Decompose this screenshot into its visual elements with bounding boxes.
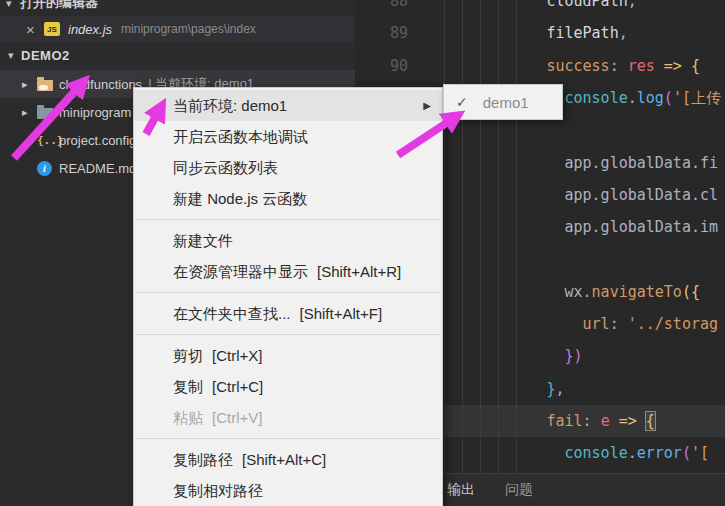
- info-icon: i: [37, 161, 52, 176]
- code-line-90[interactable]: success: res => {: [420, 50, 700, 82]
- menu-separator: [135, 334, 441, 335]
- chevron-right-icon: ▸: [22, 78, 37, 91]
- javascript-file-icon: JS: [44, 22, 60, 36]
- tree-item-label: miniprogram: [59, 105, 131, 120]
- chevron-down-icon: ▾: [6, 0, 20, 10]
- line-number: 90: [355, 50, 408, 82]
- menu-separator: [135, 438, 441, 439]
- menu-item-label: 当前环境: demo1: [173, 97, 287, 114]
- menu-item-label: 在文件夹中查找...: [173, 305, 291, 322]
- menu-item[interactable]: 复制路径[Shift+Alt+C]: [134, 444, 442, 475]
- menu-item-label: 复制路径: [173, 451, 233, 468]
- close-icon[interactable]: ×: [26, 21, 44, 38]
- open-editors-title: 打开的编辑器: [20, 0, 98, 12]
- menu-item-hotkey: [Shift+Alt+F]: [300, 305, 383, 322]
- line-number: 88: [355, 0, 408, 17]
- submenu-arrow-icon: ▶: [423, 90, 431, 121]
- menu-item-hotkey: [Shift+Alt+R]: [317, 263, 401, 280]
- code-line-95[interactable]: app.globalData.im: [420, 211, 718, 243]
- menu-item-label: 复制相对路径: [173, 482, 263, 499]
- wechat-devtools-window: 888990919293949596979899100101102 cloudP…: [0, 0, 725, 506]
- tree-item-label: README.md: [59, 161, 136, 176]
- menu-item[interactable]: 复制相对路径: [134, 475, 442, 506]
- menu-item[interactable]: 复制[Ctrl+C]: [134, 371, 442, 402]
- menu-item: 粘贴[Ctrl+V]: [134, 402, 442, 433]
- check-icon: ✓: [456, 94, 468, 110]
- open-editor-filepath: miniprogram\pages\index: [121, 22, 256, 36]
- tree-item-icon-slot: [37, 78, 59, 91]
- menu-item-label: 新建 Node.js 云函数: [173, 190, 307, 207]
- code-line-99[interactable]: }): [420, 340, 583, 372]
- menu-item-hotkey: [Ctrl+X]: [212, 347, 262, 364]
- menu-separator: [135, 219, 441, 220]
- menu-item-label: 新建文件: [173, 232, 233, 249]
- menu-item-hotkey: [Ctrl+C]: [212, 378, 263, 395]
- project-section-header[interactable]: ▾ DEMO2: [0, 44, 355, 66]
- menu-item[interactable]: 剪切[Ctrl+X]: [134, 340, 442, 371]
- tree-item-icon-slot: [37, 106, 59, 119]
- panel-tab-output[interactable]: 输出: [447, 481, 475, 499]
- menu-item[interactable]: 开启云函数本地调试: [134, 121, 442, 152]
- menu-item-label: 开启云函数本地调试: [173, 128, 308, 145]
- cloud-folder-icon: [37, 80, 53, 91]
- menu-item[interactable]: 新建 Node.js 云函数: [134, 183, 442, 214]
- menu-item[interactable]: 当前环境: demo1▶: [134, 90, 442, 121]
- chevron-right-icon: ▸: [22, 106, 37, 119]
- code-line-93[interactable]: app.globalData.fi: [420, 147, 718, 179]
- line-number: 89: [355, 17, 408, 49]
- code-line-94[interactable]: app.globalData.cl: [420, 179, 718, 211]
- menu-item-label: 复制: [173, 378, 203, 395]
- menu-item-label: 剪切: [173, 347, 203, 364]
- menu-item-label: 粘贴: [173, 409, 203, 426]
- environment-submenu: ✓ demo1: [443, 84, 563, 120]
- submenu-item-demo1[interactable]: demo1: [483, 94, 529, 111]
- context-menu: 当前环境: demo1▶开启云函数本地调试同步云函数列表新建 Node.js 云…: [133, 87, 443, 506]
- open-editor-filename: index.js: [68, 22, 112, 37]
- open-editors-header[interactable]: ▾ 打开的编辑器: [0, 0, 355, 13]
- open-editor-item-indexjs[interactable]: × JS index.js miniprogram\pages\index: [0, 16, 355, 42]
- menu-item[interactable]: 新建文件: [134, 225, 442, 256]
- tree-item-icon-slot: i: [37, 161, 59, 176]
- code-line-89[interactable]: filePath,: [420, 17, 628, 49]
- menu-item-label: 在资源管理器中显示: [173, 263, 308, 280]
- chevron-down-icon: ▾: [8, 49, 21, 62]
- menu-item-label: 同步云函数列表: [173, 159, 278, 176]
- tree-item-label: cloudfunctions: [59, 77, 142, 92]
- code-line-88[interactable]: cloudPath,: [420, 0, 637, 17]
- code-line-101[interactable]: fail: e => {: [420, 405, 655, 437]
- menu-item-hotkey: [Shift+Alt+C]: [242, 451, 326, 468]
- panel-tab-problems[interactable]: 问题: [505, 481, 533, 499]
- code-line-97[interactable]: wx.navigateTo({: [420, 276, 700, 308]
- project-name: DEMO2: [21, 48, 70, 63]
- menu-item-hotkey: [Ctrl+V]: [212, 409, 262, 426]
- code-line-98[interactable]: url: '../storag: [420, 308, 718, 340]
- code-line-102[interactable]: console.error('[: [420, 437, 709, 469]
- folder-icon: [37, 108, 53, 119]
- tree-item-icon-slot: {..}: [37, 134, 59, 147]
- menu-item[interactable]: 在文件夹中查找...[Shift+Alt+F]: [134, 298, 442, 329]
- menu-separator: [135, 292, 441, 293]
- menu-item[interactable]: 在资源管理器中显示[Shift+Alt+R]: [134, 256, 442, 287]
- menu-item[interactable]: 同步云函数列表: [134, 152, 442, 183]
